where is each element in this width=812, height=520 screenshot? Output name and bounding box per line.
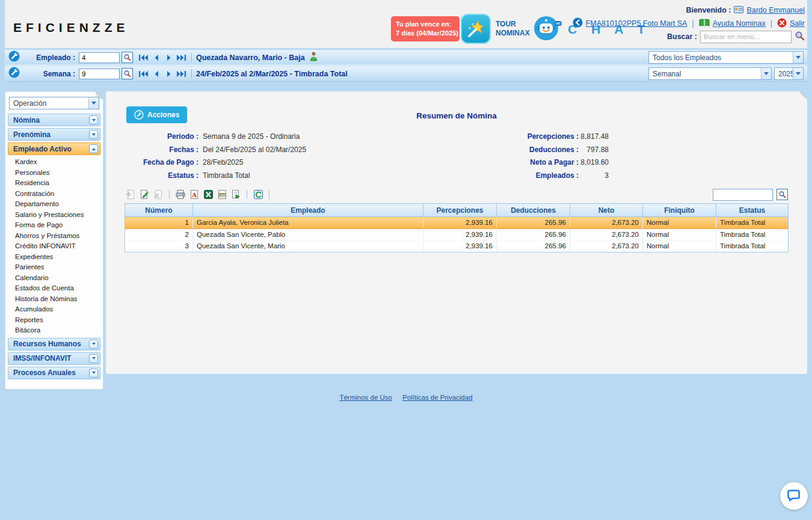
export-file-button[interactable] xyxy=(230,189,242,200)
chevron-down-icon[interactable] xyxy=(89,354,98,363)
sidebar-section-recursos-humanos[interactable]: Recursos Humanos xyxy=(8,338,100,350)
last-record-button[interactable] xyxy=(176,52,187,63)
next-record-button[interactable] xyxy=(163,52,174,63)
empleado-activo-items: Kardex Personales Residencia Contratació… xyxy=(8,157,100,336)
help-link[interactable]: Ayuda Nominax xyxy=(713,19,766,28)
back-circle-icon[interactable] xyxy=(573,17,583,29)
sidebar-item-bitacora[interactable]: Bitácora xyxy=(8,325,100,336)
grid-search-button[interactable] xyxy=(777,189,788,200)
week-label: Semana : xyxy=(22,70,75,78)
table-row[interactable]: 2 Quezada San Vicente, Pablo 2,939.16 26… xyxy=(125,228,789,240)
export-excel-button[interactable] xyxy=(202,189,214,200)
employees-filter-value: Todos los Empleados xyxy=(649,54,793,62)
col-header-neto[interactable]: Neto xyxy=(570,204,643,217)
total-label: Percepciones : xyxy=(482,132,579,145)
company-row: FMA810102PP5 Foto Mart SA | Ayuda Nomina… xyxy=(573,17,805,30)
export-pdf-button[interactable]: A xyxy=(188,189,200,200)
sidebar-section-procesos-anuales[interactable]: Procesos Anuales xyxy=(8,367,100,379)
chevron-up-icon[interactable] xyxy=(89,144,98,153)
sidebar-item-estados-de-cuenta[interactable]: Estados de Cuenta xyxy=(8,283,100,294)
edit-record-button[interactable] xyxy=(138,189,150,200)
export-rtf-button[interactable]: RTF xyxy=(216,189,228,200)
chevron-down-icon[interactable] xyxy=(89,340,98,349)
sidebar-item-credito-infonavit[interactable]: Crédito INFONAVIT xyxy=(8,241,100,252)
first-record-button[interactable] xyxy=(138,52,149,63)
sidebar-accordion: Nómina Prenómina Empleado Activo Kardex … xyxy=(8,114,100,381)
chat-fab-button[interactable] xyxy=(780,482,808,510)
week-lookup-button[interactable] xyxy=(121,68,133,79)
delete-record-button[interactable] xyxy=(152,189,164,200)
chevron-down-icon[interactable] xyxy=(89,130,98,139)
sidebar-item-parientes[interactable]: Parientes xyxy=(8,262,100,273)
sidebar-section-empleado-activo[interactable]: Empleado Activo xyxy=(8,142,100,155)
company-link[interactable]: FMA810102PP5 Foto Mart SA xyxy=(586,19,687,28)
col-header-numero[interactable]: Número xyxy=(125,204,193,217)
chevron-down-icon[interactable] xyxy=(761,68,771,79)
sidebar-item-calendario[interactable]: Calendario xyxy=(8,273,100,284)
refresh-button[interactable] xyxy=(252,189,264,200)
info-label: Fechas : xyxy=(123,145,198,159)
welcome-row: Bienvenido : Bardo Emmanuel xyxy=(573,4,805,17)
col-header-empleado[interactable]: Empleado xyxy=(193,204,423,217)
week-navigator-bar: Semana : 24/Feb/2025 al 2/Mar/2025 - Tim… xyxy=(5,66,807,82)
employee-filter-area: Todos los Empleados xyxy=(648,51,804,64)
operation-mode-dropdown[interactable]: Operación xyxy=(9,97,99,109)
add-record-button[interactable] xyxy=(125,189,137,200)
sidebar-item-departamento[interactable]: Departamento xyxy=(8,199,100,210)
total-value: 3 xyxy=(579,171,609,185)
employee-lookup-button[interactable] xyxy=(121,52,133,63)
chevron-down-icon[interactable] xyxy=(89,115,98,124)
sidebar-item-forma-de-pago[interactable]: Forma de Pago xyxy=(8,220,100,231)
sidebar-section-imss-infonavit[interactable]: IMSS/INFONAVIT xyxy=(8,352,100,365)
sidebar-section-nomina[interactable]: Nómina xyxy=(8,114,100,126)
sidebar-item-historia-de-nominas[interactable]: Historia de Nóminas xyxy=(8,294,100,305)
wrench-circle-icon[interactable] xyxy=(8,50,20,64)
grid-search-input[interactable] xyxy=(713,189,773,201)
sidebar-item-kardex[interactable]: Kardex xyxy=(8,157,100,168)
sidebar-item-personales[interactable]: Personales xyxy=(8,168,100,179)
year-dropdown[interactable]: 2025 xyxy=(774,67,804,80)
table-row[interactable]: 1 Garcia Ayala, Veronica Julieta 2,939.1… xyxy=(125,217,789,229)
menu-search-input[interactable] xyxy=(700,31,792,43)
sidebar-item-salario-prestaciones[interactable]: Salario y Prestaciones xyxy=(8,210,100,221)
last-week-button[interactable] xyxy=(176,69,187,79)
sidebar-item-acumulados[interactable]: Acumulados xyxy=(8,304,100,315)
previous-week-button[interactable] xyxy=(150,69,162,79)
previous-record-button[interactable] xyxy=(150,52,162,63)
sidebar-item-residencia[interactable]: Residencia xyxy=(8,178,100,189)
logout-link[interactable]: Salir xyxy=(790,19,805,28)
chevron-down-icon[interactable] xyxy=(793,52,803,63)
sidebar-item-contratacion[interactable]: Contratación xyxy=(8,189,100,200)
search-icon[interactable] xyxy=(795,31,805,43)
employee-status-person-icon xyxy=(310,52,318,64)
col-header-estatus[interactable]: Estatus xyxy=(716,204,789,217)
sidebar-section-prenomina[interactable]: Prenómina xyxy=(8,128,100,141)
period-type-dropdown[interactable]: Semanal xyxy=(648,67,772,80)
sidebar-item-ahorros-prestamos[interactable]: Ahorros y Préstamos xyxy=(8,231,100,242)
next-week-button[interactable] xyxy=(163,69,174,79)
privacy-link[interactable]: Políticas de Privacidad xyxy=(402,394,472,401)
sidebar-item-expedientes[interactable]: Expedientes xyxy=(8,252,100,263)
print-button[interactable] xyxy=(174,189,186,200)
col-header-percepciones[interactable]: Percepciones xyxy=(423,204,497,217)
chevron-down-icon[interactable] xyxy=(89,369,98,378)
table-row[interactable]: 3 Quezada San Vicente, Mario 2,939.16 26… xyxy=(125,240,789,252)
tour-nominax-button[interactable]: TOUR NOMINAX xyxy=(461,14,530,44)
info-value: Del 24/Feb/2025 al 02/Mar/2025 xyxy=(203,145,306,159)
plan-expiry-line2: 7 días (04/Mar/2025) xyxy=(396,29,460,38)
employees-filter-dropdown[interactable]: Todos los Empleados xyxy=(648,51,804,64)
week-number-input[interactable] xyxy=(79,69,120,79)
user-profile-link[interactable]: Bardo Emmanuel xyxy=(746,6,805,14)
plan-expiry-notice[interactable]: Tu plan vence en: 7 días (04/Mar/2025) xyxy=(391,16,460,41)
chevron-down-icon[interactable] xyxy=(88,97,99,109)
col-header-deducciones[interactable]: Deducciones xyxy=(497,204,570,217)
employee-number-input[interactable] xyxy=(79,52,120,63)
footer: Términos de Uso Políticas de Privacidad xyxy=(0,394,812,401)
separator xyxy=(191,69,192,78)
col-header-finiquito[interactable]: Finiquito xyxy=(643,204,716,217)
terms-link[interactable]: Términos de Uso xyxy=(339,394,392,401)
sidebar-item-reportes[interactable]: Reportes xyxy=(8,315,100,326)
first-week-button[interactable] xyxy=(138,69,149,79)
wrench-circle-icon[interactable] xyxy=(8,67,20,81)
chevron-down-icon[interactable] xyxy=(793,68,803,79)
